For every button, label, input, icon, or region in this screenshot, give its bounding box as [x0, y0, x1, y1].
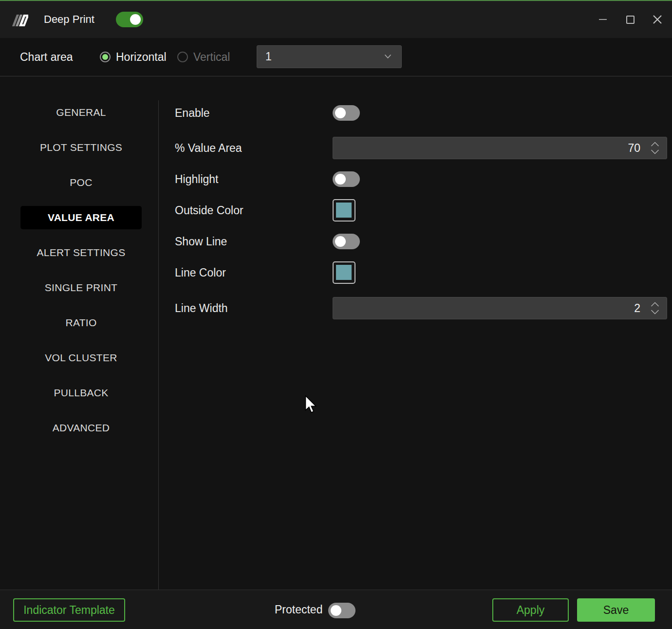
toggle-knob	[335, 108, 346, 118]
maximize-icon	[626, 16, 635, 24]
chart-area-row: Chart area Horizontal Vertical 1	[0, 38, 672, 76]
outside-color-swatch[interactable]	[333, 199, 355, 222]
chart-number-select[interactable]: 1	[257, 45, 402, 68]
indicator-enabled-toggle[interactable]	[116, 12, 143, 27]
value-area-pct-value: 70	[628, 137, 640, 159]
show-line-toggle[interactable]	[333, 234, 360, 249]
sidebar-divider	[158, 100, 159, 590]
row-enable: Enable	[175, 105, 667, 121]
line-width-input[interactable]: 2	[333, 297, 667, 319]
enable-label: Enable	[175, 105, 210, 121]
settings-sidebar: GENERALPLOT SETTINGSPOCVALUE AREAALERT S…	[0, 76, 162, 445]
sidebar-selected-pill: VALUE AREA	[20, 206, 142, 229]
toggle-knob	[130, 14, 141, 25]
sidebar-item-single-print[interactable]: SINGLE PRINT	[0, 270, 162, 305]
minimize-icon	[599, 19, 607, 20]
footer-bar: Indicator Template Protected Apply Save	[0, 590, 672, 629]
row-highlight: Highlight	[175, 171, 667, 187]
sidebar-item-vol-cluster[interactable]: VOL CLUSTER	[0, 340, 162, 375]
minimize-button[interactable]	[592, 1, 614, 38]
line-color-swatch[interactable]	[333, 261, 355, 284]
line-color-fill	[336, 265, 352, 280]
deep-print-settings-window: Deep Print Chart area Horizontal Vertica…	[0, 0, 672, 629]
radio-horizontal[interactable]	[100, 52, 111, 62]
value-area-pct-input[interactable]: 70	[333, 137, 667, 159]
radio-vertical[interactable]	[177, 52, 188, 62]
app-logo-icon	[11, 14, 28, 27]
show-line-label: Show Line	[175, 234, 227, 249]
apply-button[interactable]: Apply	[492, 598, 569, 622]
sidebar-item-ratio[interactable]: RATIO	[0, 305, 162, 340]
radio-horizontal-label[interactable]: Horizontal	[116, 38, 167, 76]
spinner-updown-icon[interactable]	[651, 141, 659, 155]
window-title: Deep Print	[44, 1, 94, 38]
chart-area-label: Chart area	[20, 38, 73, 76]
sidebar-item-pullback[interactable]: PULLBACK	[0, 375, 162, 410]
close-button[interactable]	[646, 1, 669, 38]
sidebar-item-advanced[interactable]: ADVANCED	[0, 410, 162, 445]
mouse-cursor	[305, 395, 318, 414]
titlebar: Deep Print	[0, 1, 672, 38]
row-outside-color: Outside Color	[175, 199, 667, 222]
sidebar-item-poc[interactable]: POC	[0, 165, 162, 200]
enable-toggle[interactable]	[333, 105, 360, 121]
spinner-updown-icon[interactable]	[651, 301, 659, 315]
sidebar-item-alert-settings[interactable]: ALERT SETTINGS	[0, 235, 162, 270]
maximize-button[interactable]	[619, 1, 641, 38]
protected-label: Protected	[275, 590, 322, 629]
indicator-template-button[interactable]: Indicator Template	[13, 598, 125, 622]
sidebar-item-plot-settings[interactable]: PLOT SETTINGS	[0, 130, 162, 165]
value-area-pct-label: % Value Area	[175, 137, 242, 159]
line-color-label: Line Color	[175, 261, 226, 284]
outside-color-fill	[336, 203, 352, 218]
highlight-label: Highlight	[175, 171, 219, 187]
radio-vertical-label[interactable]: Vertical	[193, 38, 230, 76]
row-line-color: Line Color	[175, 261, 667, 284]
chart-number-value: 1	[265, 46, 272, 68]
protected-toggle[interactable]	[328, 603, 355, 618]
toggle-knob	[335, 236, 346, 247]
line-width-value: 2	[634, 297, 640, 319]
toggle-knob	[335, 174, 346, 185]
close-icon	[653, 15, 662, 24]
sidebar-item-value-area[interactable]: VALUE AREA	[0, 200, 162, 235]
row-value-area-pct: % Value Area 70	[175, 137, 667, 159]
toggle-knob	[331, 605, 341, 616]
line-width-label: Line Width	[175, 297, 228, 319]
highlight-toggle[interactable]	[333, 171, 360, 187]
chevron-down-icon	[384, 54, 392, 59]
radio-dot	[102, 54, 108, 60]
row-show-line: Show Line	[175, 234, 667, 249]
sidebar-item-general[interactable]: GENERAL	[0, 95, 162, 130]
outside-color-label: Outside Color	[175, 199, 243, 222]
save-button[interactable]: Save	[577, 598, 655, 622]
row-line-width: Line Width 2	[175, 297, 667, 319]
